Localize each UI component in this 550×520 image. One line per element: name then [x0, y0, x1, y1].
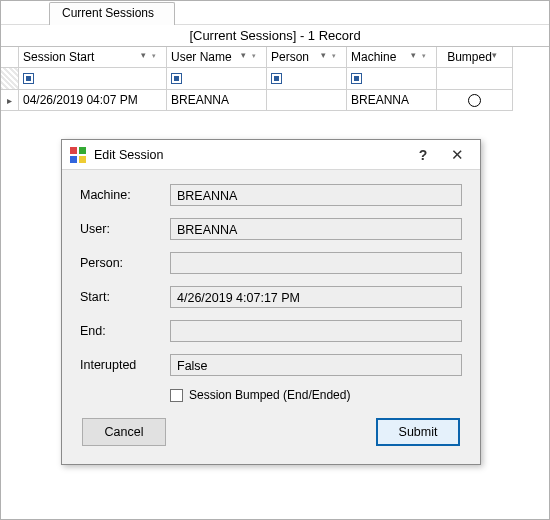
row-session-bumped-checkbox[interactable]: Session Bumped (End/Ended) — [170, 388, 462, 402]
filter-toggle-icon — [271, 73, 282, 84]
filter-toggle-icon — [23, 73, 34, 84]
grid-corner — [1, 47, 19, 68]
field-interrupted[interactable]: False — [170, 354, 462, 376]
dropdown-icon — [492, 52, 502, 62]
cell-machine: BREANNA — [347, 90, 437, 111]
col-header-user-name[interactable]: User Name — [167, 47, 267, 68]
filter-toggle-icon — [171, 73, 182, 84]
tabstrip: Current Sessions — [1, 1, 549, 25]
cancel-button[interactable]: Cancel — [82, 418, 166, 446]
dialog-title: Edit Session — [94, 148, 406, 162]
dropdown-icon — [321, 52, 331, 62]
row-interrupted: Interupted False — [80, 354, 462, 376]
dialog-body: Machine: BREANNA User: BREANNA Person: S… — [62, 170, 480, 464]
label-user: User: — [80, 222, 170, 236]
sort-filter-icons[interactable] — [141, 52, 162, 62]
cell-user-name: BREANNA — [167, 90, 267, 111]
label-person: Person: — [80, 256, 170, 270]
label-end: End: — [80, 324, 170, 338]
sort-filter-icons[interactable] — [321, 52, 342, 62]
tab-current-sessions[interactable]: Current Sessions — [49, 2, 175, 25]
field-start[interactable]: 4/26/2019 4:07:17 PM — [170, 286, 462, 308]
col-header-person[interactable]: Person — [267, 47, 347, 68]
row-end: End: — [80, 320, 462, 342]
filter-icon — [152, 52, 162, 62]
cell-person — [267, 90, 347, 111]
help-button[interactable]: ? — [406, 143, 440, 167]
col-header-bumped[interactable]: Bumped — [437, 47, 513, 68]
col-label: Machine — [351, 50, 396, 64]
filter-icon — [252, 52, 262, 62]
label-interrupted: Interupted — [80, 358, 170, 372]
col-label: Person — [271, 50, 309, 64]
filter-cell-person[interactable] — [267, 68, 347, 90]
record-count-title: [Current Sessions] - 1 Record — [1, 25, 549, 46]
col-label: Session Start — [23, 50, 94, 64]
grid-filter-row — [1, 68, 549, 90]
filter-cell-bumped[interactable] — [437, 68, 513, 90]
label-start: Start: — [80, 290, 170, 304]
row-selector-icon[interactable] — [1, 90, 19, 111]
app-window: Current Sessions [Current Sessions] - 1 … — [0, 0, 550, 520]
row-user: User: BREANNA — [80, 218, 462, 240]
col-header-machine[interactable]: Machine — [347, 47, 437, 68]
grid-header-row: Session Start User Name Person Machine B… — [1, 47, 549, 68]
field-person[interactable] — [170, 252, 462, 274]
col-label: Bumped — [447, 50, 492, 64]
filter-toggle-icon — [351, 73, 362, 84]
sort-filter-icons[interactable] — [492, 52, 502, 62]
filter-icon — [422, 52, 432, 62]
sort-filter-icons[interactable] — [241, 52, 262, 62]
row-start: Start: 4/26/2019 4:07:17 PM — [80, 286, 462, 308]
filter-cell-user[interactable] — [167, 68, 267, 90]
label-machine: Machine: — [80, 188, 170, 202]
dialog-button-row: Cancel Submit — [80, 418, 462, 450]
col-header-session-start[interactable]: Session Start — [19, 47, 167, 68]
bumped-indicator-icon — [468, 94, 481, 107]
submit-button[interactable]: Submit — [376, 418, 460, 446]
filter-cell-machine[interactable] — [347, 68, 437, 90]
table-row[interactable]: 04/26/2019 04:07 PM BREANNA BREANNA — [1, 90, 549, 111]
field-end[interactable] — [170, 320, 462, 342]
row-machine: Machine: BREANNA — [80, 184, 462, 206]
col-label: User Name — [171, 50, 232, 64]
edit-session-dialog: Edit Session ? ✕ Machine: BREANNA User: … — [61, 139, 481, 465]
cell-session-start: 04/26/2019 04:07 PM — [19, 90, 167, 111]
filter-row-handle — [1, 68, 19, 90]
sessions-grid: Session Start User Name Person Machine B… — [1, 46, 549, 111]
filter-icon — [332, 52, 342, 62]
checkbox-session-bumped[interactable] — [170, 389, 183, 402]
dropdown-icon — [241, 52, 251, 62]
row-person: Person: — [80, 252, 462, 274]
cell-bumped — [437, 90, 513, 111]
filter-cell-start[interactable] — [19, 68, 167, 90]
dropdown-icon — [411, 52, 421, 62]
field-machine[interactable]: BREANNA — [170, 184, 462, 206]
app-icon — [70, 147, 86, 163]
dialog-titlebar[interactable]: Edit Session ? ✕ — [62, 140, 480, 170]
checkbox-label: Session Bumped (End/Ended) — [189, 388, 350, 402]
sort-filter-icons[interactable] — [411, 52, 432, 62]
dropdown-icon — [141, 52, 151, 62]
field-user[interactable]: BREANNA — [170, 218, 462, 240]
close-button[interactable]: ✕ — [440, 143, 474, 167]
